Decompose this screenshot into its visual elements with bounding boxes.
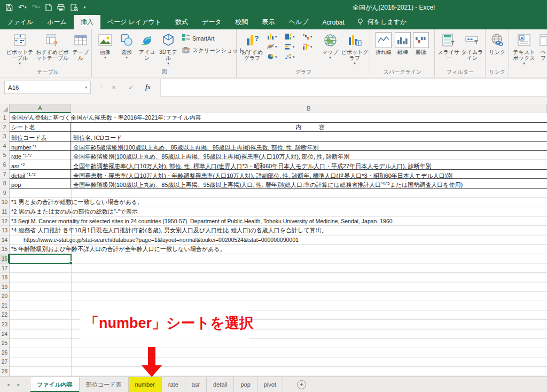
cell-b4[interactable]: 全国年齢5歳階級別(100歳以上丸め、85歳以上再掲、95歳以上再掲)罹患数, … (71, 142, 547, 151)
tab-insert[interactable]: 挿入 (74, 15, 100, 29)
recommended-pivot-tables-button[interactable]: ? おすすめピボットテーブル (35, 32, 69, 61)
cell-a4[interactable]: number *1 (10, 142, 71, 151)
waterfall-chart-button[interactable]: ▾ (302, 33, 320, 40)
cell-a15-footnote[interactable]: *5 年齢階級別および年齢不詳人口の合計が全年齢人口に一致しない場合がある。 (10, 245, 547, 254)
row-header-10[interactable]: 10 (0, 198, 9, 207)
bar-chart-button[interactable]: ▾ (285, 43, 302, 50)
sheet-tab-pop[interactable]: pop (234, 377, 257, 392)
sheet-tab-number[interactable]: number (129, 377, 162, 392)
row-header-27[interactable]: 27 (0, 357, 9, 367)
table-row[interactable]: detail *1,*2 全国罹患数・罹患率(人口10万人対)・年齢調整罹患率(… (10, 170, 547, 179)
cell-b3[interactable]: 部位名, ICDコード (71, 132, 547, 141)
table-row[interactable]: pop 全国年齢階級別(100歳以上丸め、85歳以上再掲、95歳以上再掲)人口,… (10, 179, 547, 189)
tab-review[interactable]: 校閲 (229, 15, 255, 29)
quick-print-icon[interactable] (57, 3, 65, 12)
row-header-1[interactable]: 1 (0, 113, 9, 123)
tab-view[interactable]: 表示 (255, 15, 282, 29)
sheet-tab-site-code[interactable]: 部位コード表 (80, 377, 129, 392)
sheet-tab-rate[interactable]: rate (162, 377, 185, 392)
line-chart-button[interactable]: ▾ (267, 43, 285, 50)
prev-sheet-arrow-icon[interactable]: ◂ (7, 382, 10, 387)
row-header-8[interactable]: 8 (0, 179, 9, 189)
cell-b6[interactable]: 全国年齢調整罹患率(人口10万人対), 部位, 性, 標準人口(世界人口*3・昭… (71, 160, 547, 169)
row-header-19[interactable]: 19 (0, 283, 9, 292)
insert-function-button[interactable]: fx (141, 81, 155, 94)
sheet-tab-detail[interactable]: detail (207, 377, 234, 392)
tell-me-box[interactable]: 何をしますか (351, 15, 412, 29)
tab-page-layout[interactable]: ページ レイアウト (100, 15, 168, 29)
tab-formulas[interactable]: 数式 (168, 15, 195, 29)
table-button[interactable]: テーブル (71, 32, 91, 61)
enter-button[interactable]: ✓ (124, 81, 138, 94)
treemap-chart-button[interactable]: ▾ (285, 33, 302, 40)
save-icon[interactable] (5, 3, 13, 12)
row-header-9[interactable]: 9 (0, 189, 9, 198)
maps-button[interactable]: マップ ▾ (321, 32, 340, 59)
sheet-tab-pivot[interactable]: pivot (257, 377, 283, 392)
timeline-button[interactable]: タイムライン (461, 32, 483, 61)
row-header-16[interactable]: 16 (0, 254, 9, 264)
cell-a7[interactable]: detail *1,*2 (10, 170, 71, 179)
cell-a1[interactable]: 全国がん登録に基づく全国がん罹患数・率2016年-2021年:ファイル内容 (10, 113, 547, 123)
grid[interactable]: 全国がん登録に基づく全国がん罹患数・率2016年-2021年:ファイル内容 シー… (10, 113, 547, 377)
recommended-charts-button[interactable]: ? おすすめグラフ (239, 32, 265, 61)
formula-input[interactable] (160, 79, 547, 97)
print-preview-icon[interactable] (71, 3, 78, 12)
table-row[interactable]: number *1 全国年齢5歳階級別(100歳以上丸め、85歳以上再掲、95歳… (10, 142, 547, 151)
cell-b8[interactable]: 全国年齢階級別(100歳以上丸め、85歳以上再掲、95歳以上再掲)人口, 性, … (71, 179, 547, 188)
combo-chart-button[interactable]: ▾ (302, 43, 320, 50)
row-header-4[interactable]: 4 (0, 142, 9, 151)
icons-button[interactable]: アイコン (138, 32, 156, 61)
link-button[interactable]: リンク (487, 32, 507, 55)
row-header-21[interactable]: 21 (0, 301, 9, 311)
pie-chart-button[interactable]: ▾ (267, 53, 285, 60)
tab-acrobat[interactable]: Acrobat (315, 15, 351, 29)
pivot-table-button[interactable]: ピボットテーブル ▾ (5, 32, 34, 65)
row-header-28[interactable]: 28 (0, 367, 9, 377)
table-row[interactable]: asr *2 全国年齢調整罹患率(人口10万人対), 部位, 性, 標準人口(世… (10, 160, 547, 170)
header-footer-button-partial[interactable]: ヘ フ (540, 32, 547, 61)
shapes-button[interactable]: 図形 ▾ (118, 32, 136, 59)
new-document-icon[interactable] (45, 3, 52, 12)
slicer-button[interactable]: スライサー (436, 32, 461, 61)
row-header-5[interactable]: 5 (0, 151, 9, 160)
pictures-button[interactable]: 画像 ▾ (95, 32, 115, 59)
tab-home[interactable]: ホーム (40, 15, 74, 29)
cell-a13-footnote[interactable]: *4 総務省 人口推計 各年10月1日現在人口推計(年齢(各歳), 男女別人口及… (10, 226, 547, 236)
name-box[interactable]: A16 ▾ (4, 81, 91, 94)
customize-qat-caret-icon[interactable]: ▾ (83, 3, 86, 12)
pivot-chart-button[interactable]: ピボットグラフ ▾ (341, 32, 369, 65)
row-header-3[interactable]: 3 (0, 132, 9, 142)
text-box-button[interactable]: A テキストボックス ▾ (511, 32, 537, 65)
tab-file[interactable]: ファイル (0, 15, 40, 29)
cell-b7[interactable]: 全国罹患数・罹患率(人口10万人対)・年齢調整罹患率(人口10万人対), 詳細部… (71, 170, 547, 179)
row-header-14[interactable]: 14 (0, 236, 9, 245)
row-header-2[interactable]: 2 (0, 123, 9, 132)
table-header-row[interactable]: シート名 内 容 (10, 123, 547, 132)
scatter-chart-button[interactable]: ▾ (285, 53, 302, 60)
row-header-11[interactable]: 11 (0, 207, 9, 217)
formula-bar-splitter[interactable]: ⋮ (98, 83, 104, 87)
row-header-20[interactable]: 20 (0, 292, 9, 301)
sheet-tab-file-contents[interactable]: ファイル内容 (30, 377, 80, 392)
row-header-6[interactable]: 6 (0, 160, 9, 170)
row-header-24[interactable]: 24 (0, 330, 9, 339)
cell-a5[interactable]: rate *1,*2 (10, 151, 71, 160)
column-chart-button[interactable]: ▾ (267, 33, 285, 40)
cell-a2[interactable]: シート名 (10, 123, 71, 132)
column-header-a[interactable]: A (10, 104, 71, 113)
smartart-button[interactable]: SmartArt (182, 34, 214, 42)
row-header-22[interactable]: 22 (0, 310, 9, 320)
tab-data[interactable]: データ (195, 15, 229, 29)
cancel-button[interactable]: × (107, 81, 121, 94)
table-row[interactable]: 部位コード表 部位名, ICDコード (10, 132, 547, 142)
table-row[interactable]: rate *1,*2 全国年齢階級別(100歳以上丸め、85歳以上再掲、95歳以… (10, 151, 547, 160)
row-header-15[interactable]: 15 (0, 245, 9, 254)
row-header-18[interactable]: 18 (0, 273, 9, 283)
select-all-corner[interactable] (0, 104, 10, 113)
next-sheet-arrow-icon[interactable]: ▸ (18, 382, 20, 387)
undo-button[interactable]: ↶▾ (18, 3, 26, 12)
row-header-7[interactable]: 7 (0, 170, 9, 179)
cell-b5[interactable]: 全国年齢階級別(100歳以上丸め、85歳以上再掲、95歳以上再掲)罹患率(人口1… (71, 151, 547, 160)
row-header-17[interactable]: 17 (0, 264, 9, 273)
